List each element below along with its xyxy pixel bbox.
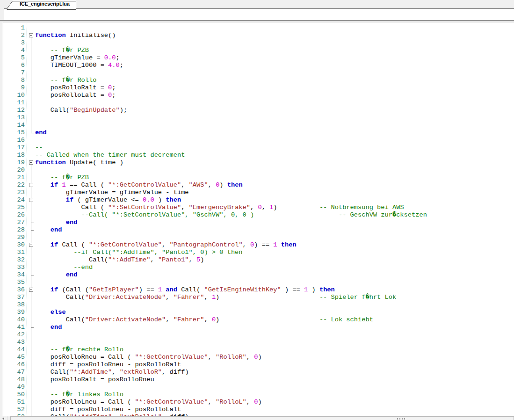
fold-marker-boxn-icon[interactable] [27, 241, 35, 249]
fold-marker-line-icon [27, 62, 35, 69]
code-line[interactable]: 51 posRolloLneu = Call ( "*:GetControlVa… [3, 398, 514, 406]
line-number: 21 [3, 174, 25, 181]
code-line[interactable]: 36 if (Call ("GetIsPlayer") == 1 and Cal… [3, 286, 514, 294]
code-line[interactable]: 50 -- f�r linkes Rollo [3, 391, 514, 398]
code-line[interactable]: 14 [3, 122, 514, 129]
code-token-s: "Driver:ActivateNode" [85, 316, 166, 323]
fold-marker-line-icon [27, 54, 35, 62]
code-line[interactable]: 34 end [3, 271, 514, 279]
fold-marker-line-icon [27, 279, 35, 286]
line-number: 23 [3, 189, 25, 196]
code-line[interactable]: 46 diff = posRolloRneu - posRolloRalt [3, 361, 514, 369]
code-line[interactable]: 8 -- f�r Rollo [3, 77, 514, 84]
fold-marker-box-icon[interactable] [27, 159, 35, 167]
code-text: -- f�r linkes Rollo [35, 391, 123, 398]
code-line[interactable]: 44 -- f�r rechte Rollo [3, 346, 514, 354]
horizontal-scrollbar[interactable] [0, 416, 514, 420]
code-line[interactable]: 1 [3, 24, 514, 32]
code-line[interactable]: 42 [3, 331, 514, 339]
code-line[interactable]: 26 --Call( "*:SetControlValue", "GschVW"… [3, 211, 514, 219]
code-line[interactable]: 25 Call ( "*:SetControlValue", "Emergenc… [3, 204, 514, 211]
code-line[interactable]: 13 [3, 114, 514, 122]
line-number: 14 [3, 122, 25, 129]
line-number: 7 [3, 69, 25, 77]
code-line[interactable]: 15end [3, 129, 514, 137]
fold-marker-line-icon [27, 69, 35, 77]
code-line[interactable]: 28 end [3, 226, 514, 234]
code-line[interactable]: 18-- Called when the timer must decremen… [3, 152, 514, 159]
fold-marker-line-icon [27, 107, 35, 114]
code-token-p: ) == [254, 241, 273, 248]
code-line[interactable]: 12 Call("BeginUpdate"); [3, 107, 514, 114]
fold-marker-line-icon [27, 122, 35, 129]
code-line[interactable]: 20 [3, 167, 514, 174]
code-line[interactable]: 30 if Call ( "*:GetControlValue", "Panto… [3, 241, 514, 249]
code-line[interactable]: 39 else [3, 309, 514, 316]
code-line[interactable]: 33 --end [3, 264, 514, 271]
code-line[interactable]: 6 TIMEOUT_1000 = 4.0; [3, 62, 514, 69]
fold-marker-line-icon [27, 354, 35, 361]
code-token-k: then [166, 196, 181, 203]
fold-marker-line-icon [27, 234, 35, 241]
code-text: diff = posRolloLneu - posRolloLalt [35, 406, 181, 413]
code-line[interactable]: 37 Call("Driver:ActivateNode", "Fahrer",… [3, 294, 514, 301]
code-line[interactable]: 52 diff = posRolloLneu - posRolloLalt [3, 406, 514, 413]
code-line[interactable]: 19function Update( time ) [3, 159, 514, 167]
code-token-p: posRolloLalt = [35, 92, 108, 99]
code-line[interactable]: 38 [3, 301, 514, 309]
fold-marker-line-icon [27, 99, 35, 107]
line-number: 17 [3, 144, 25, 152]
scroll-left-button[interactable] [0, 416, 7, 420]
fold-marker-boxn-icon[interactable] [27, 196, 35, 204]
code-line[interactable]: 29 [3, 234, 514, 241]
code-line[interactable]: 9 posRolloRalt = 0; [3, 84, 514, 92]
code-line[interactable]: 31 --if Call("*:AddTime", "Panto1", 0) >… [3, 249, 514, 256]
fold-marker-box-icon[interactable] [27, 32, 35, 39]
code-text: function Initialise() [35, 32, 116, 39]
code-line[interactable]: 49 [3, 384, 514, 391]
fold-marker-boxn-icon[interactable] [27, 286, 35, 294]
scrollbar-thumb[interactable] [10, 416, 514, 420]
code-line[interactable]: 48 posRolloRalt = posRolloRneu [3, 376, 514, 384]
code-line[interactable]: 27 end [3, 219, 514, 226]
code-line[interactable]: 32 Call("*:AddTime", "Panto1", 5) [3, 256, 514, 264]
code-token-p: diff = posRolloLneu - posRolloLalt [35, 406, 181, 413]
code-token-n: 0.0 [104, 54, 116, 61]
code-line[interactable]: 2function Initialise() [3, 32, 514, 39]
code-line[interactable]: 22 if 1 == Call ( "*:GetControlValue", "… [3, 181, 514, 189]
code-line[interactable]: 35 [3, 279, 514, 286]
code-token-s: "RolloR" [216, 354, 246, 361]
code-token-p [35, 196, 66, 203]
code-token-k: if [66, 196, 73, 203]
line-number: 5 [3, 54, 25, 62]
code-line[interactable]: 16 [3, 137, 514, 144]
code-line[interactable]: 41 end [3, 324, 514, 331]
code-text: TIMEOUT_1000 = 4.0; [35, 62, 123, 69]
code-line[interactable]: 11 [3, 99, 514, 107]
tab-ice-enginescript-lua[interactable]: ICE_enginescript.lua [7, 0, 78, 10]
code-line[interactable]: 24 if ( gTimerValue <= 0.0 ) then [3, 196, 514, 204]
code-line[interactable]: 4 -- f�r PZB [3, 47, 514, 54]
code-token-k: else [51, 309, 66, 316]
code-line[interactable]: 23 gTimerValue = gTimerValue - time [3, 189, 514, 196]
code-token-s: "Fahrer" [174, 294, 204, 301]
fold-marker-line-icon [27, 346, 35, 354]
code-text: -- f�r PZB [35, 174, 89, 181]
code-line[interactable]: 40 Call("Driver:ActivateNode", "Fahrer",… [3, 316, 514, 324]
code-line[interactable]: 7 [3, 69, 514, 77]
triangle-left-icon [2, 417, 4, 420]
code-line[interactable]: 43 [3, 339, 514, 346]
code-token-c: -- f�r Rollo [51, 77, 97, 84]
code-token-p: Call( [35, 316, 85, 323]
code-line[interactable]: 17-- [3, 144, 514, 152]
code-editor[interactable]: 12function Initialise()34 -- f�r PZB5 gT… [3, 23, 514, 416]
code-token-p: , [204, 294, 211, 301]
code-line[interactable]: 5 gTimerValue = 0.0; [3, 54, 514, 62]
code-line[interactable]: 21 -- f�r PZB [3, 174, 514, 181]
code-line[interactable]: 45 posRolloRneu = Call ( "*:GetControlVa… [3, 354, 514, 361]
code-line[interactable]: 10 posRolloLalt = 0; [3, 92, 514, 99]
code-line[interactable]: 47 Call("*:AddTime", "extRolloR", diff) [3, 369, 514, 376]
line-number: 13 [3, 114, 25, 122]
fold-marker-boxn-icon[interactable] [27, 181, 35, 189]
code-line[interactable]: 3 [3, 39, 514, 47]
